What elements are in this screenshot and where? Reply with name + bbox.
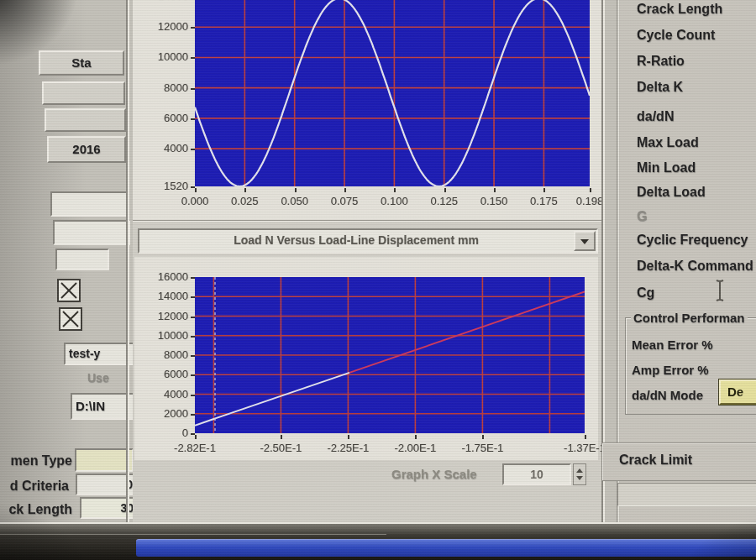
y-tick-mark (191, 149, 195, 150)
x-tick-label: 0.050 (276, 195, 314, 207)
sta-button[interactable]: Sta (39, 50, 124, 76)
x-tick-label: 0.175 (524, 195, 563, 207)
param-label-da-dn: da/dN (637, 109, 674, 124)
y-tick-label: 12000 (139, 310, 188, 322)
user-label: Use (87, 371, 109, 385)
x-tick-label: 0.125 (425, 195, 464, 207)
dadn-mode-button[interactable]: De (719, 379, 756, 405)
divider-left-highlight (128, 0, 129, 531)
x-tick-mark (585, 435, 586, 439)
graph-select-dropdown[interactable]: Load N Versus Load-Line Displacement mm (138, 228, 598, 254)
end-criteria-label: d Criteria (0, 479, 69, 494)
left-input-empty-2[interactable] (53, 220, 130, 245)
year-field[interactable]: 2016 (47, 136, 126, 163)
waveform-plot (195, 0, 590, 186)
chevron-down-icon (580, 239, 589, 244)
stepper-up-icon[interactable] (576, 468, 583, 473)
param-label-cg: Cg (637, 285, 654, 301)
x-tick-mark (281, 435, 282, 439)
x-tick-label: -2.82E-1 (170, 442, 220, 454)
y-tick-label: 14000 (139, 0, 188, 3)
x-tick-label: 0.075 (325, 195, 364, 207)
y-tick-label: 12000 (139, 20, 188, 33)
y-tick-mark (191, 57, 195, 59)
control-performance-title: Control Performan (631, 311, 748, 325)
taskbar[interactable] (136, 539, 756, 557)
y-tick-label: 14000 (139, 290, 188, 302)
data-path-field[interactable]: D:\IN (71, 393, 141, 420)
param-label-min-load: Min Load (637, 160, 696, 175)
y-tick-label: 8000 (139, 348, 188, 361)
x-tick-mark (348, 435, 349, 439)
graph-x-scale-stepper[interactable] (573, 463, 586, 485)
left-checkbox-1[interactable] (57, 279, 81, 302)
x-tick-mark (394, 188, 396, 192)
y-tick-mark (191, 277, 195, 279)
y-tick-mark (191, 27, 195, 29)
y-tick-mark (191, 336, 195, 338)
specimen-type-field[interactable] (75, 448, 134, 472)
ramp-plot (195, 277, 585, 433)
y-tick-mark (191, 355, 195, 357)
x-tick-mark (494, 188, 496, 192)
x-tick-mark (415, 435, 417, 439)
x-tick-mark (195, 435, 197, 439)
y-tick-label: 10000 (139, 50, 188, 63)
crack-length-field[interactable]: 30 (80, 497, 140, 519)
stepper-down-icon[interactable] (576, 476, 583, 480)
x-tick-mark (590, 188, 591, 192)
graph-x-scale-label: Graph X Scale (391, 467, 477, 481)
amp-error-label: Amp Error % (632, 363, 709, 377)
x-tick-label: -2.25E-1 (323, 442, 373, 454)
dropdown-arrow-button[interactable] (574, 231, 596, 251)
specimen-type-label: men Type (0, 453, 72, 468)
param-label-crack-length: Crack Length (637, 2, 722, 17)
y-tick-label: 4000 (139, 388, 188, 400)
y-tick-label: 16000 (139, 270, 188, 283)
y-tick-label: 4000 (139, 142, 188, 154)
x-tick-label: 0.000 (176, 195, 214, 207)
crack-limit-label: Crack Limit (619, 453, 692, 468)
x-tick-mark (244, 188, 246, 192)
y-tick-label: 8000 (139, 81, 188, 94)
y-tick-label: 10000 (139, 329, 188, 342)
dadn-mode-label: da/dN Mode (632, 388, 703, 402)
y-tick-mark (191, 118, 195, 120)
left-field-empty-1[interactable] (42, 81, 125, 105)
param-label-cycle-count: Cycle Count (637, 28, 715, 43)
y-tick-label: 1520 (139, 180, 188, 192)
x-tick-mark (295, 188, 297, 192)
x-tick-label: -1.75E-1 (457, 442, 507, 454)
y-tick-mark (191, 317, 195, 318)
chart-separator-highlight (133, 221, 601, 222)
text-cursor-icon (714, 279, 726, 302)
checkbox-x-icon (59, 280, 79, 301)
y-tick-mark (191, 414, 195, 416)
x-tick-mark (195, 188, 197, 192)
crack-limit-field[interactable] (617, 483, 756, 506)
x-tick-mark (543, 188, 545, 192)
graph-select-value: Load N Versus Load-Line Displacement mm (139, 230, 573, 252)
checkbox-x-icon (60, 309, 81, 329)
x-tick-mark (444, 188, 446, 192)
bottom-edge-line (0, 534, 386, 535)
left-input-empty-1[interactable] (50, 191, 129, 217)
y-tick-label: 2000 (139, 407, 188, 420)
load-vs-displacement-chart: 1600014000120001000080006000400020000-2.… (133, 252, 601, 462)
x-tick-label: -2.50E-1 (255, 442, 306, 454)
y-tick-label: 0 (139, 427, 188, 439)
x-tick-mark (482, 435, 484, 439)
graphs-panel: 14000120001000080006000400015200.0000.02… (133, 0, 601, 531)
y-tick-mark (191, 296, 195, 298)
x-tick-label: -2.00E-1 (390, 442, 440, 454)
left-input-empty-3[interactable] (55, 249, 109, 270)
y-tick-mark (191, 374, 195, 376)
left-checkbox-2[interactable] (59, 307, 82, 331)
left-field-empty-2[interactable] (45, 108, 126, 132)
param-label-max-load: Max Load (637, 135, 699, 150)
y-tick-mark (191, 395, 195, 396)
y-tick-label: 6000 (139, 112, 188, 124)
param-label-cyclic-frequency: Cyclic Frequency (637, 233, 748, 248)
graph-x-scale-input[interactable]: 10 (502, 463, 571, 485)
crack-length-label-left: ck Length (0, 502, 72, 517)
